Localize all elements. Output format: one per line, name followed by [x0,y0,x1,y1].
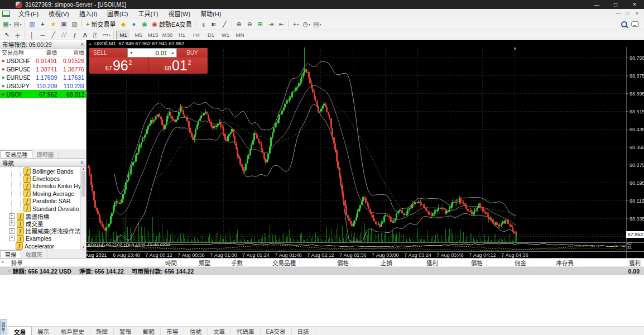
buy-price-button[interactable]: 68 01 2 [148,58,207,74]
menu-help[interactable]: 幫助(H) [195,9,226,18]
column-volume[interactable]: 手數 [214,259,247,267]
volume-increase-button[interactable]: ▲ [169,51,176,55]
text-tool-button[interactable]: A [80,31,90,40]
child-minimize-button[interactable]: — [613,11,623,16]
toolbox-side-tab[interactable]: 工具箱 [0,319,7,335]
crosshair-tool-button[interactable]: ＋ [13,31,22,40]
terminal-toggle-button[interactable]: ▣ [59,20,69,28]
expand-icon[interactable]: + [9,236,15,241]
timeframe-w1-button[interactable]: W1 [219,31,232,39]
profiles-button[interactable]: ▤▾ [13,20,22,28]
volume-value[interactable]: 0.01 [135,50,169,56]
data-window-button[interactable]: + [38,20,47,28]
navigator-close-button[interactable]: × [80,160,84,166]
fibonacci-tool-button[interactable]: ƒ [70,31,79,40]
timeframe-m1-button[interactable]: M1 [116,31,131,40]
label-tool-button[interactable]: T [91,31,100,40]
navigator-toggle-button[interactable]: ★ [49,20,58,28]
indicator-parabolic-sar[interactable]: fParabolic SAR [0,198,86,205]
sell-button[interactable]: SELL [89,48,127,58]
templates-button[interactable]: ▤▾ [313,20,322,28]
trendline-tool-button[interactable]: ╱ [49,31,58,40]
menu-insert[interactable]: 插入(I) [74,9,102,18]
expand-icon[interactable]: + [9,221,15,226]
tile-windows-button[interactable]: ⊞ [256,20,265,28]
tab-trade[interactable]: 交易 [8,327,32,335]
strategy-tester-button[interactable]: ▧ [70,20,79,28]
market-watch-toggle-button[interactable]: ▥ [27,20,37,28]
navigator-scrollbar[interactable]: ▲▼ [80,167,86,250]
group-bill-williams[interactable]: +f比爾威廉(渾沌操作法) [0,227,86,234]
line-chart-mode-button[interactable]: ╱ [220,20,229,28]
timeframe-m5-button[interactable]: M5 [132,31,145,39]
group-oscillators[interactable]: +f震盪指標 [0,212,86,219]
tab-signals[interactable]: 信號 [184,327,208,335]
menu-view[interactable]: 檢視(V) [44,9,74,18]
item-accelerator[interactable]: fAccelerator [0,242,86,250]
column-price-open[interactable]: 價格 [300,259,353,267]
column-profit[interactable]: 獲利 [578,259,644,267]
zoom-in-button[interactable]: ⊕ [234,20,244,28]
tab-symbols[interactable]: 交易品種 [0,150,32,158]
column-time[interactable]: 時間 [131,259,181,267]
column-order[interactable]: 掛單 [8,259,131,267]
periods-button[interactable]: ◷▾ [302,20,311,28]
new-order-button[interactable]: + 新交易單 [84,20,118,28]
bar-chart-mode-button[interactable]: ||| [199,20,208,28]
market-watch-close-button[interactable]: × [80,41,84,47]
tab-experts[interactable]: EA交易 [261,327,292,335]
zoom-out-button[interactable]: ⊖ [245,20,254,28]
sell-price-button[interactable]: 67 96 2 [89,58,148,74]
indicators-button[interactable]: +▾ [291,20,301,28]
symbol-row-eurusd[interactable]: ◆EURUSD 1.17609 1.17631 [0,73,86,82]
column-take-profit[interactable]: 獲利 [396,259,442,267]
chart-shift-marker-icon[interactable]: ▼ [513,46,517,51]
timeframe-h1-button[interactable]: H1 [175,31,189,39]
group-examples[interactable]: +fExamples [0,235,86,242]
column-ask[interactable]: 買價 [59,48,86,56]
tab-favorites[interactable]: 收藏夾 [21,250,47,258]
buy-button[interactable]: BUY [177,48,208,58]
shapes-button[interactable]: ▭▾ [102,31,111,40]
timeframe-m15-button[interactable]: M15 [146,31,160,39]
community-button[interactable]: ● [129,20,138,28]
menu-charts[interactable]: 圖表(C) [102,9,133,18]
column-price-current[interactable]: 價格 [442,259,487,267]
scrollbar-thumb[interactable] [81,171,85,197]
chat-icon[interactable] [630,20,640,28]
column-symbol[interactable]: 交易品種 [247,259,300,267]
new-chart-button[interactable]: ▦▾ [2,20,12,28]
menu-window[interactable]: 視窗(W) [163,9,195,18]
algo-trading-button[interactable]: ◉ 啟動EA交易 [150,20,194,28]
column-stop-loss[interactable]: 止損 [353,259,396,267]
candlestick-mode-button[interactable]: ▮▯ [209,20,219,28]
restore-button[interactable]: □ [606,0,625,9]
tab-journal[interactable]: 日誌 [292,327,315,335]
indicator-bollinger-bands[interactable]: fBollinger Bands [0,168,86,175]
symbol-row-usdjpy[interactable]: ◆USDJPY 110.209 110.239 [0,82,86,90]
indicator-envelopes[interactable]: fEnvelopes [0,175,86,182]
column-bid[interactable]: 賣價 [30,48,59,56]
horizontal-line-tool-button[interactable]: ─ [38,31,47,40]
minimize-button[interactable]: — [587,0,606,9]
symbol-row-usoil[interactable]: ◆USOil 67.962 68.012 [0,90,86,98]
close-button[interactable]: × [625,0,644,9]
column-commission[interactable]: 佣金 [487,259,530,267]
tab-mailbox[interactable]: 郵箱 [137,327,161,335]
column-symbol[interactable]: 交易品種 [0,48,30,56]
timeframe-mn-button[interactable]: MN [233,31,247,39]
tab-articles[interactable]: 文章 [208,327,231,335]
expand-icon[interactable]: + [9,213,15,219]
toolbox-close-button[interactable]: × [1,259,4,265]
expand-icon[interactable]: + [9,228,15,234]
tab-news[interactable]: 新聞 [90,327,114,335]
channel-tool-button[interactable]: ╱╱ [59,31,69,40]
menu-file[interactable]: 文件(F) [13,9,44,18]
child-close-button[interactable]: × [632,11,642,16]
tab-market[interactable]: 市場 [161,327,184,335]
search-icon[interactable] [619,20,629,28]
tab-tick-chart[interactable]: 即時圖 [32,150,59,158]
indicator-standard-deviation[interactable]: fStandard Deviatio [0,205,86,212]
cursor-tool-button[interactable]: ↖ [2,31,12,40]
tab-common[interactable]: 常規 [0,250,21,258]
